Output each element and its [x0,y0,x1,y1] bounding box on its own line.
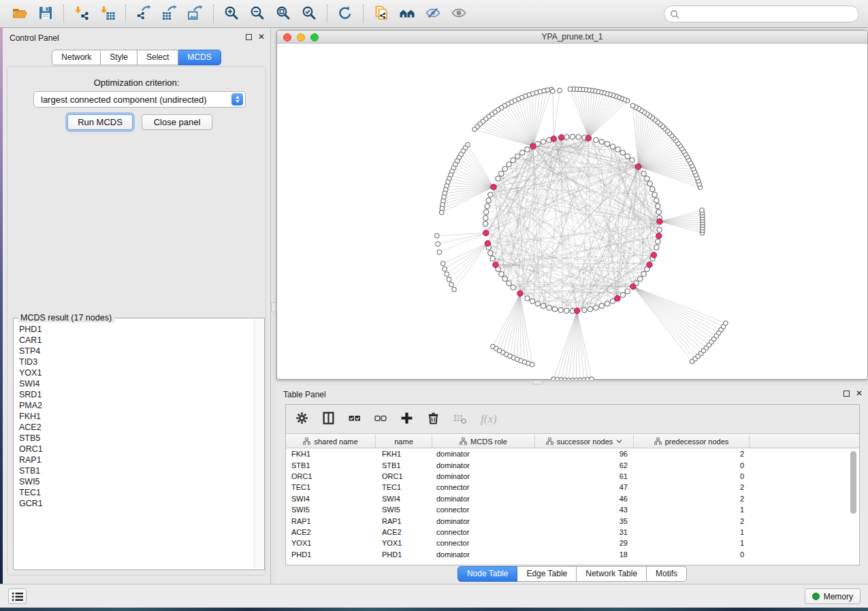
column-header-predecessor-nodes[interactable]: predecessor nodes [634,435,750,448]
mcds-result-item[interactable]: SWI5 [14,476,254,487]
table-scrollbar-thumb[interactable] [850,451,856,514]
table-row[interactable]: STB1STB1dominator620 [286,459,859,470]
open-session-button[interactable] [7,2,33,25]
mcds-result-item[interactable]: GCR1 [14,498,254,509]
tab-network-table[interactable]: Network Table [577,566,647,582]
mcds-result-item[interactable]: TID3 [14,357,254,367]
toolbar-separator [125,5,126,22]
maximize-window-icon[interactable] [310,33,319,42]
automation-panel-button[interactable] [8,589,27,604]
export-image-button[interactable] [182,2,208,25]
cell-predecessor-nodes: 2 [634,483,750,491]
table-row[interactable]: TEC1TEC1connector472 [286,482,859,493]
float-panel-icon[interactable] [843,391,850,397]
network-window-titlebar[interactable]: YPA_prune.txt_1 [277,31,867,44]
tab-mcds[interactable]: MCDS [178,50,221,65]
tab-motifs[interactable]: Motifs [647,566,687,582]
tab-style[interactable]: Style [101,50,138,65]
mcds-result-item[interactable]: TEC1 [14,487,254,498]
mcds-result-item[interactable]: ORC1 [14,444,254,455]
table-options-button[interactable] [295,412,308,427]
apply-layout-button[interactable] [332,2,358,25]
run-mcds-button[interactable]: Run MCDS [67,114,133,130]
export-network-button[interactable] [131,2,157,25]
mcds-result-item[interactable]: STB5 [14,433,254,444]
create-column-button[interactable] [400,412,413,427]
cell-successor-nodes: 61 [535,472,634,480]
column-type-icon [546,437,553,445]
search-input[interactable] [682,7,853,21]
close-panel-icon[interactable]: ✕ [856,389,863,397]
desktop-wallpaper-edge [0,608,868,611]
zoom-fit-button[interactable] [270,2,296,25]
mcds-result-item[interactable]: STB1 [14,465,254,476]
mcds-result-item[interactable]: PHD1 [14,324,254,335]
cell-shared-name: TEC1 [286,483,376,491]
column-header-MCDS-role[interactable]: MCDS role [432,435,535,448]
cell-MCDS-role: connector [432,483,535,491]
minimize-window-icon[interactable] [297,33,305,42]
new-network-from-selection-button[interactable] [368,2,394,25]
mcds-result-item[interactable]: FKH1 [14,411,254,422]
table-row[interactable]: PHD1PHD1dominator180 [286,549,859,560]
float-panel-icon[interactable] [246,34,252,40]
mcds-result-title: MCDS result (17 nodes) [18,313,114,323]
column-browser-button[interactable] [322,412,335,427]
show-all-button[interactable] [446,2,472,25]
import-table-button[interactable] [95,2,120,25]
vertical-split-grip[interactable] [271,302,276,312]
mcds-result-item[interactable]: PMA2 [14,400,254,411]
network-window: YPA_prune.txt_1 [276,30,868,380]
search-box[interactable] [664,5,859,22]
mcds-result-item[interactable]: CAR1 [14,335,254,346]
select-first-neighbors-button[interactable] [394,2,420,25]
mcds-hub-node [615,296,620,301]
mcds-result-item[interactable]: SWI4 [14,378,254,389]
column-header-shared-name[interactable]: shared name [286,435,376,448]
horizontal-split-grip[interactable] [532,380,543,384]
close-window-icon[interactable] [283,33,291,42]
column-header-successor-nodes[interactable]: successor nodes [535,435,634,448]
optimization-criterion-select[interactable]: largest connected component (undirected) [33,91,246,108]
zoom-selected-button[interactable] [296,2,322,25]
cell-predecessor-nodes: 2 [634,450,750,458]
tab-edge-table[interactable]: Edge Table [517,566,577,582]
tab-select[interactable]: Select [138,50,178,65]
column-header-name[interactable]: name [376,435,432,448]
mcds-result-item[interactable]: SRD1 [14,389,254,400]
network-view-canvas[interactable] [277,44,867,380]
mcds-hub-node [575,308,580,314]
zoom-in-button[interactable] [219,2,244,25]
desktop-wallpaper-edge [0,28,3,584]
table-row[interactable]: ACE2ACE2connector311 [286,527,859,538]
mcds-result-item[interactable]: ACE2 [14,422,254,433]
floppy-disk-icon [37,5,54,23]
table-row[interactable]: SWI4SWI4dominator462 [286,493,859,504]
select-all-rows-button[interactable] [349,412,361,427]
close-panel-button[interactable]: Close panel [142,114,212,130]
delete-columns-button[interactable] [427,412,440,427]
mcds-result-item[interactable]: STP4 [14,346,254,357]
function-builder-button-disabled: f(x) [481,412,497,426]
tab-node-table[interactable]: Node Table [457,566,518,582]
export-table-button[interactable] [157,2,182,25]
cell-name: YOX1 [376,539,432,547]
table-row[interactable]: SWI5SWI5connector431 [286,504,859,515]
save-session-button[interactable] [33,2,59,25]
zoom-out-button[interactable] [244,2,270,25]
mcds-result-item[interactable]: YOX1 [14,367,254,378]
cell-shared-name: SWI4 [286,495,376,503]
hide-selected-button[interactable] [420,2,446,25]
import-network-button[interactable] [69,2,95,25]
close-panel-icon[interactable]: ✕ [258,33,265,41]
unselect-all-rows-button[interactable] [374,412,387,427]
mcds-result-item[interactable]: RAP1 [14,455,254,465]
memory-button[interactable]: Memory [805,589,861,604]
table-row[interactable]: ORC1ORC1dominator610 [286,471,859,482]
mcds-list-scrollbar[interactable] [254,319,263,569]
table-row[interactable]: FKH1FKH1dominator962 [286,448,859,459]
table-row[interactable]: RAP1RAP1dominator352 [286,515,859,526]
table-header-row: shared namenameMCDS rolesuccessor nodesp… [286,435,859,448]
table-row[interactable]: YOX1YOX1connector291 [286,538,859,548]
tab-network[interactable]: Network [52,50,101,65]
